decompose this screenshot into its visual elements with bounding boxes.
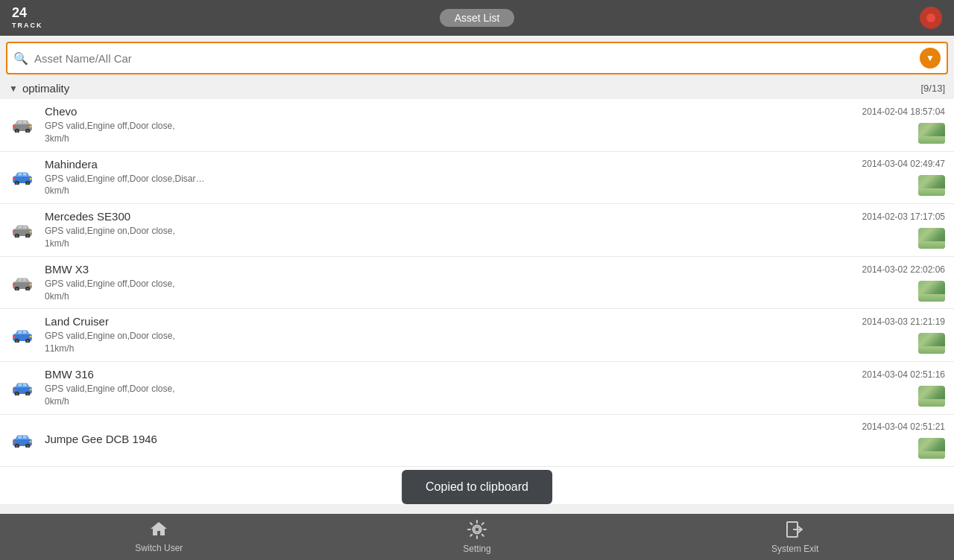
svg-rect-43 <box>30 336 32 337</box>
nav-label-system-exit: System Exit <box>771 544 818 554</box>
svg-rect-23 <box>18 226 22 228</box>
asset-name: Chevo <box>45 105 862 118</box>
map-thumbnail[interactable] <box>918 333 945 354</box>
chevron-icon: ▼ <box>9 83 18 94</box>
svg-rect-35 <box>13 283 15 284</box>
svg-rect-15 <box>23 174 27 176</box>
asset-status: GPS valid,Engine off,Door close,3km/h <box>45 120 862 145</box>
asset-name: Mahindera <box>45 158 862 171</box>
bottom-nav: Switch User Setting System Exit <box>0 514 954 560</box>
asset-name: BMW 316 <box>45 368 862 381</box>
asset-right: 2014-02-03 17:17:05 <box>862 211 945 249</box>
asset-list-title-button[interactable]: Asset List <box>440 9 515 27</box>
group-count: [9/13] <box>920 83 945 94</box>
nav-label-setting: Setting <box>463 544 490 554</box>
exit-icon <box>786 520 805 542</box>
nav-label-switch-user: Switch User <box>135 543 183 553</box>
svg-point-31 <box>27 287 29 290</box>
asset-status: GPS valid,Engine on,Door close,1km/h <box>45 225 862 250</box>
header: 24 TRACK Asset List <box>0 0 954 36</box>
svg-rect-61 <box>30 441 32 442</box>
svg-point-22 <box>27 235 29 237</box>
svg-rect-14 <box>18 174 22 176</box>
svg-rect-25 <box>30 231 32 232</box>
svg-point-11 <box>16 182 18 185</box>
asset-info: Jumpe Gee DCB 1946 <box>45 433 862 448</box>
svg-rect-34 <box>30 283 32 284</box>
svg-point-4 <box>27 130 29 132</box>
svg-rect-41 <box>18 331 22 334</box>
svg-rect-51 <box>23 384 27 386</box>
car-icon <box>9 375 36 401</box>
svg-rect-7 <box>30 126 32 127</box>
asset-name: BMW X3 <box>45 263 862 276</box>
asset-info: BMW X3 GPS valid,Engine off,Door close,0… <box>45 263 862 303</box>
asset-status: GPS valid,Engine on,Door close,11km/h <box>45 330 862 355</box>
svg-point-20 <box>16 235 18 237</box>
asset-info: BMW 316 GPS valid,Engine off,Door close,… <box>45 368 862 408</box>
search-bar: 🔍 ▼ <box>6 42 948 74</box>
map-thumbnail[interactable] <box>918 175 945 196</box>
svg-rect-53 <box>13 389 15 390</box>
asset-name: Jumpe Gee DCB 1946 <box>45 433 862 445</box>
nav-item-setting[interactable]: Setting <box>318 515 636 559</box>
car-icon <box>9 322 36 349</box>
svg-rect-50 <box>18 384 22 386</box>
asset-name: Mercedes SE300 <box>45 210 862 223</box>
map-thumbnail[interactable] <box>918 438 945 459</box>
search-input[interactable] <box>34 52 920 65</box>
map-thumbnail[interactable] <box>918 281 945 302</box>
asset-status: GPS valid,Engine off,Door close,0km/h <box>45 383 862 408</box>
map-thumbnail[interactable] <box>918 228 945 249</box>
list-item[interactable]: Chevo GPS valid,Engine off,Door close,3k… <box>0 99 954 152</box>
svg-point-58 <box>27 445 29 447</box>
car-icon <box>9 217 36 244</box>
asset-info: Mahindera GPS valid,Engine off,Door clos… <box>45 158 862 198</box>
asset-status: GPS valid,Engine off,Door close,Disar…0k… <box>45 173 862 198</box>
svg-rect-33 <box>23 279 27 281</box>
car-icon <box>9 164 36 191</box>
list-item[interactable]: BMW X3 GPS valid,Engine off,Door close,0… <box>0 257 954 310</box>
home-icon <box>149 521 168 541</box>
asset-time: 2014-03-04 02:49:47 <box>862 159 945 169</box>
svg-point-40 <box>27 340 29 343</box>
nav-item-switch-user[interactable]: Switch User <box>0 516 318 558</box>
svg-rect-42 <box>23 331 27 334</box>
list-item[interactable]: BMW 316 GPS valid,Engine off,Door close,… <box>0 362 954 415</box>
list-item[interactable]: Land Cruiser GPS valid,Engine on,Door cl… <box>0 309 954 362</box>
svg-rect-26 <box>13 231 15 232</box>
asset-time: 2014-03-04 02:51:21 <box>862 421 945 432</box>
asset-list: Chevo GPS valid,Engine off,Door close,3k… <box>0 99 954 504</box>
dropdown-button[interactable]: ▼ <box>920 48 941 69</box>
asset-right: 2014-03-04 02:49:47 <box>862 159 945 196</box>
asset-info: Mercedes SE300 GPS valid,Engine on,Door … <box>45 210 862 250</box>
asset-right: 2014-03-02 22:02:06 <box>862 264 945 302</box>
list-item[interactable]: Mahindera GPS valid,Engine off,Door clos… <box>0 152 954 205</box>
avatar[interactable] <box>920 7 942 29</box>
svg-rect-5 <box>18 121 22 123</box>
asset-info: Chevo GPS valid,Engine off,Door close,3k… <box>45 105 862 145</box>
map-thumbnail[interactable] <box>918 386 945 407</box>
asset-right: 2014-03-04 02:51:21 <box>862 421 945 459</box>
asset-status: GPS valid,Engine off,Door close,0km/h <box>45 278 862 303</box>
asset-time: 2014-02-03 17:17:05 <box>862 211 945 222</box>
svg-rect-44 <box>13 336 15 337</box>
chevron-down-icon: ▼ <box>926 53 935 63</box>
asset-time: 2014-03-04 02:51:16 <box>862 369 945 380</box>
group-name: optimality <box>22 82 69 95</box>
map-thumbnail[interactable] <box>918 123 945 144</box>
list-item[interactable]: Mercedes SE300 GPS valid,Engine on,Door … <box>0 204 954 257</box>
asset-right: 2014-03-03 21:21:19 <box>862 316 945 354</box>
svg-point-49 <box>27 392 29 395</box>
nav-item-system-exit[interactable]: System Exit <box>636 515 954 559</box>
svg-point-13 <box>27 182 29 185</box>
svg-rect-6 <box>23 121 27 123</box>
svg-point-29 <box>16 287 18 290</box>
svg-point-47 <box>16 392 18 395</box>
svg-point-2 <box>16 130 18 132</box>
svg-rect-32 <box>18 279 22 281</box>
asset-right: 2014-03-04 02:51:16 <box>862 369 945 407</box>
asset-right: 2014-02-04 18:57:04 <box>862 106 945 144</box>
asset-info: Land Cruiser GPS valid,Engine on,Door cl… <box>45 315 862 355</box>
list-item[interactable]: Jumpe Gee DCB 1946 2014-03-04 02:51:21 <box>0 415 954 467</box>
